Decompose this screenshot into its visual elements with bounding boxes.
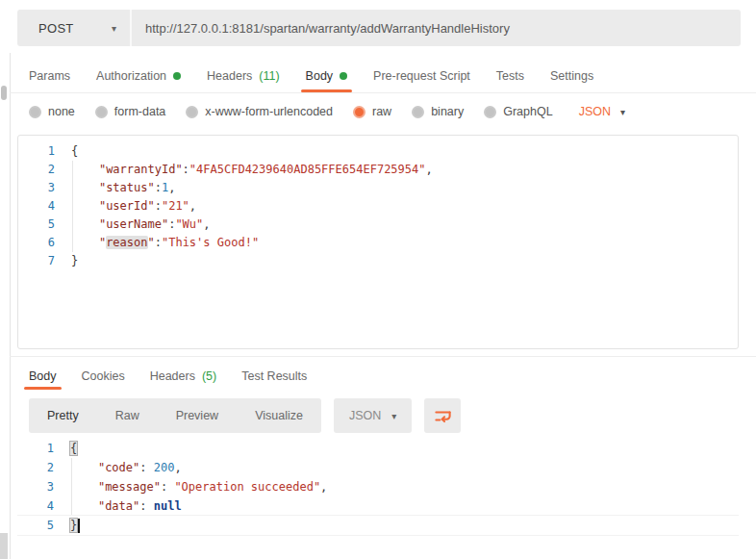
code-line: 3 "message": "Operation succeeded", — [17, 477, 739, 496]
line-number: 3 — [17, 477, 54, 496]
tab-headers[interactable]: Headers (11) — [207, 60, 280, 92]
view-mode-raw[interactable]: Raw — [97, 398, 158, 433]
response-tab-test-results[interactable]: Test Results — [241, 363, 307, 390]
tab-label: Params — [29, 69, 70, 83]
code-line: 2 "code": 200, — [17, 458, 739, 477]
code-line: 1 { — [17, 439, 739, 458]
radio-form-data[interactable]: form-data — [95, 105, 166, 118]
tab-label: Tests — [496, 69, 524, 83]
tab-params[interactable]: Params — [29, 60, 70, 92]
line-number: 4 — [17, 496, 54, 516]
json-key: "warrantyId" — [99, 163, 183, 176]
code-line: 6 "reason":"This's Good!" — [18, 234, 738, 252]
response-body-viewer[interactable]: 1 { 2 "code": 200, 3 "message": "Operati… — [17, 439, 739, 535]
response-section-divider — [10, 356, 756, 357]
view-mode-preview[interactable]: Preview — [158, 398, 237, 433]
json-string-value: "21" — [162, 199, 189, 213]
tab-body[interactable]: Body — [306, 60, 348, 92]
sidebar-bottom-scrollbar[interactable] — [0, 533, 8, 559]
sidebar-edge-divider — [10, 53, 11, 559]
json-key: "userId" — [99, 199, 155, 213]
tab-settings[interactable]: Settings — [550, 60, 593, 92]
line-number: 3 — [18, 179, 55, 197]
radio-raw[interactable]: raw — [353, 105, 391, 118]
json-key: "code" — [98, 461, 139, 474]
code-line: 4 "data": null — [17, 496, 739, 516]
request-body-editor[interactable]: 1 { 2 "warrantyId":"4FA5CFD4239640AD85FF… — [17, 135, 739, 349]
text-cursor — [78, 519, 80, 533]
tab-label: Authorization — [96, 69, 166, 83]
response-tab-headers[interactable]: Headers (5) — [150, 363, 217, 390]
request-tabs: Params Authorization Headers (11) Body P… — [10, 60, 756, 93]
response-tab-body[interactable]: Body — [29, 363, 57, 390]
line-number: 2 — [17, 458, 54, 477]
response-tabs: Body Cookies Headers (5) Test Results — [10, 363, 756, 390]
radio-label: x-www-form-urlencoded — [205, 105, 333, 118]
chevron-down-icon: ▾ — [620, 107, 625, 117]
json-string-value: "4FA5CFD4239640AD85FFE654EF725954" — [189, 163, 426, 176]
view-mode-group: Pretty Raw Preview Visualize — [29, 398, 321, 433]
response-headers-count: (5) — [202, 369, 216, 383]
highlighted-word: reason — [106, 236, 147, 249]
code-line-with-cursor: 5 } — [17, 516, 739, 535]
view-mode-visualize[interactable]: Visualize — [237, 398, 321, 433]
response-tab-cookies[interactable]: Cookies — [82, 363, 125, 390]
json-key: "message" — [98, 480, 161, 494]
radio-icon — [186, 106, 198, 118]
line-number: 5 — [18, 216, 55, 234]
sidebar-scrollbar-thumb[interactable] — [1, 86, 7, 100]
url-input[interactable]: http://127.0.0.1:8181/spartan/warranty/a… — [132, 10, 741, 46]
wrap-text-button[interactable] — [424, 398, 461, 433]
code-line: 1 { — [18, 142, 738, 161]
tab-authorization[interactable]: Authorization — [96, 60, 181, 92]
radio-binary[interactable]: binary — [412, 105, 464, 118]
line-number: 6 — [18, 234, 55, 252]
json-string-value: "This's Good!" — [162, 236, 259, 249]
method-dropdown[interactable]: POST ▾ — [17, 10, 130, 46]
code-line: 2 "warrantyId":"4FA5CFD4239640AD85FFE654… — [18, 161, 738, 179]
chevron-down-icon: ▾ — [391, 411, 396, 421]
json-key: "data" — [98, 499, 139, 513]
tab-label: Test Results — [241, 369, 307, 383]
code-line: 7 } — [18, 252, 738, 270]
radio-icon — [412, 106, 424, 118]
raw-language-label: JSON — [579, 105, 611, 118]
code-line: 4 "userId":"21", — [18, 197, 738, 216]
code-line: 5 "userName":"Wu", — [18, 216, 738, 234]
tab-pre-request-script[interactable]: Pre-request Script — [373, 60, 470, 92]
body-status-dot-icon — [340, 72, 347, 80]
tab-label: Settings — [550, 69, 593, 83]
line-number: 1 — [18, 142, 55, 161]
json-number-value: 200 — [154, 461, 175, 474]
response-language-label: JSON — [349, 409, 381, 422]
tab-label: Pre-request Script — [373, 69, 470, 83]
tab-label: Headers — [207, 69, 252, 83]
response-language-select[interactable]: JSON ▾ — [334, 398, 412, 433]
radio-icon — [95, 106, 108, 118]
tab-label: Body — [29, 369, 57, 383]
radio-graphql[interactable]: GraphQL — [484, 105, 552, 118]
json-string-value: "Wu" — [175, 217, 203, 231]
body-type-row: none form-data x-www-form-urlencoded raw… — [29, 100, 625, 123]
view-mode-pretty[interactable]: Pretty — [29, 398, 97, 433]
json-key: "userName" — [99, 217, 168, 231]
radio-selected-icon — [353, 106, 365, 118]
line-number: 5 — [17, 516, 54, 535]
matched-brace: } — [70, 519, 77, 532]
line-number: 4 — [18, 197, 55, 216]
line-number: 7 — [18, 252, 55, 270]
response-toolbar: Pretty Raw Preview Visualize JSON ▾ — [29, 398, 461, 433]
radio-icon — [29, 106, 41, 118]
raw-language-select[interactable]: JSON ▾ — [579, 105, 625, 118]
radio-label: form-data — [114, 105, 166, 118]
tab-label: Body — [306, 69, 334, 83]
request-url-bar: POST ▾ http://127.0.0.1:8181/spartan/war… — [17, 10, 741, 46]
json-brace: } — [71, 254, 78, 267]
chevron-down-icon: ▾ — [112, 23, 116, 34]
radio-none[interactable]: none — [29, 105, 75, 118]
method-label: POST — [38, 21, 74, 36]
radio-x-www-form-urlencoded[interactable]: x-www-form-urlencoded — [186, 105, 333, 118]
wrap-text-icon — [434, 407, 452, 425]
tab-tests[interactable]: Tests — [496, 60, 524, 92]
line-number: 1 — [17, 439, 54, 458]
